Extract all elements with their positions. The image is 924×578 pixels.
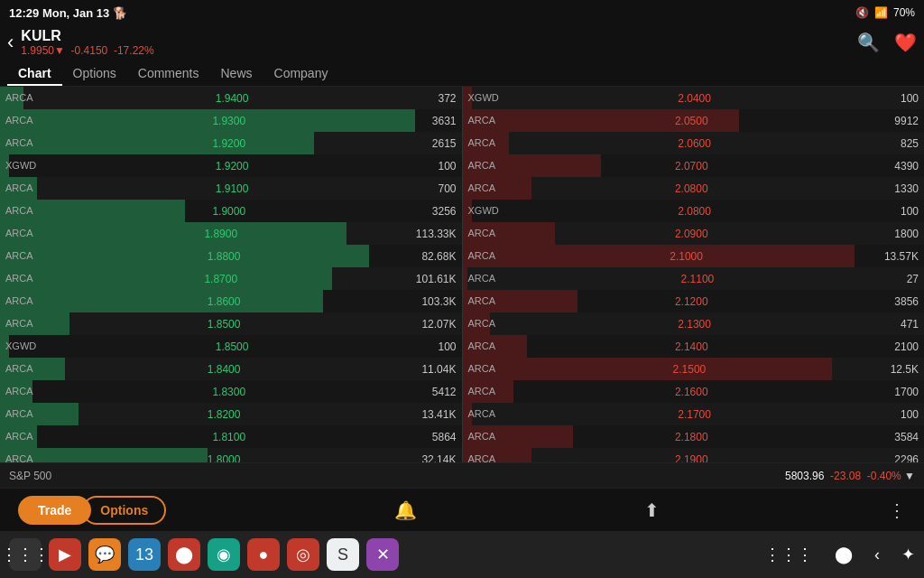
taskbar-apps: ⋮⋮⋮▶💬13⬤◉●◎S✕ xyxy=(9,538,399,571)
taskbar-app5-icon[interactable]: S xyxy=(327,538,359,571)
index-name: S&P 500 xyxy=(9,470,51,482)
bid-row: ARCA 1.8400 11.04K xyxy=(0,358,462,380)
taskbar-robinhood-icon[interactable]: ▶ xyxy=(49,538,81,571)
bid-side: ARCA 1.9400 372 ARCA 1.9300 3631 ARCA 1.… xyxy=(0,87,462,462)
back-button[interactable]: ‹ xyxy=(7,31,14,54)
tab-comments[interactable]: Comments xyxy=(127,62,210,86)
tab-company[interactable]: Company xyxy=(263,62,339,86)
ask-row: ARCA 2.1800 3584 xyxy=(463,425,925,448)
ask-row: ARCA 2.1400 2100 xyxy=(463,335,925,358)
ask-row: ARCA 2.1200 3856 xyxy=(463,290,925,312)
bid-row: ARCA 1.9100 700 xyxy=(0,177,462,200)
ask-row: ARCA 2.1700 100 xyxy=(463,403,925,425)
market-index-bar: S&P 500 5803.96 -23.08 -0.40% ▼ xyxy=(0,462,924,488)
bid-row: ARCA 1.8500 12.07K xyxy=(0,312,462,335)
bid-row: ARCA 1.9000 3256 xyxy=(0,200,462,222)
mute-icon: 🔇 xyxy=(855,6,869,19)
ask-side: XGWD 2.0400 100 ARCA 2.0500 9912 ARCA 2.… xyxy=(463,87,925,462)
bid-row: ARCA 1.8000 32.14K xyxy=(0,448,462,462)
bell-icon[interactable]: 🔔 xyxy=(394,499,417,521)
bid-row: ARCA 1.9400 372 xyxy=(0,87,462,109)
bid-row: ARCA 1.8200 13.41K xyxy=(0,403,462,425)
ask-row: ARCA 2.1100 27 xyxy=(463,267,925,290)
bid-row: ARCA 1.8800 82.68K xyxy=(0,245,462,267)
ask-row: ARCA 2.0700 4390 xyxy=(463,154,925,177)
nav-assist-icon[interactable]: ✦ xyxy=(901,545,915,564)
stock-ticker: KULR xyxy=(21,28,857,44)
ask-row: ARCA 2.1300 471 xyxy=(463,312,925,335)
ask-row: ARCA 2.1900 2296 xyxy=(463,448,925,462)
ask-row: ARCA 2.1500 12.5K xyxy=(463,358,925,380)
search-icon[interactable]: 🔍 xyxy=(857,32,880,53)
bid-row: ARCA 1.8100 5864 xyxy=(0,425,462,448)
watchlist-icon[interactable]: ❤️ xyxy=(894,32,917,53)
order-book: ARCA 1.9400 372 ARCA 1.9300 3631 ARCA 1.… xyxy=(0,87,924,462)
tab-chart[interactable]: Chart xyxy=(7,62,62,86)
stock-price-detail: 1.9950▼ -0.4150 -17.22% xyxy=(21,44,857,57)
battery-level: 70% xyxy=(893,6,915,19)
stock-info: KULR 1.9950▼ -0.4150 -17.22% xyxy=(21,28,857,57)
bid-row: XGWD 1.8500 100 xyxy=(0,335,462,358)
stock-header: ‹ KULR 1.9950▼ -0.4150 -17.22% 🔍 ❤️ xyxy=(0,25,924,60)
taskbar-app4-icon[interactable]: ◎ xyxy=(287,538,319,571)
bid-row: ARCA 1.9200 2615 xyxy=(0,132,462,154)
ask-row: ARCA 2.1000 13.57K xyxy=(463,245,925,267)
status-bar: 12:29 Mon, Jan 13 🐕 🔇 📶 70% xyxy=(0,0,924,25)
bid-row: XGWD 1.9200 100 xyxy=(0,154,462,177)
ask-row: ARCA 2.1600 1700 xyxy=(463,380,925,403)
taskbar-app2-icon[interactable]: ◉ xyxy=(208,538,240,571)
nav-menu-icon[interactable]: ⋮⋮⋮ xyxy=(764,545,813,564)
taskbar-grid-icon[interactable]: ⋮⋮⋮ xyxy=(9,538,42,571)
bid-row: ARCA 1.9300 3631 xyxy=(0,109,462,132)
index-data: 5803.96 -23.08 -0.40% ▼ xyxy=(785,470,915,482)
tab-bar: Chart Options Comments News Company xyxy=(0,60,924,87)
status-icons: 🔇 📶 70% xyxy=(855,6,915,19)
bid-row: ARCA 1.8900 113.33K xyxy=(0,222,462,245)
ask-row: ARCA 2.0900 1800 xyxy=(463,222,925,245)
ask-row: ARCA 2.0500 9912 xyxy=(463,109,925,132)
options-button[interactable]: Options xyxy=(82,496,166,525)
tab-options[interactable]: Options xyxy=(62,62,127,86)
ask-row: XGWD 2.0400 100 xyxy=(463,87,925,109)
taskbar-app1-icon[interactable]: ⬤ xyxy=(168,538,200,571)
nav-back-icon[interactable]: ‹ xyxy=(874,545,880,564)
nav-home-icon[interactable]: ⬤ xyxy=(835,545,853,564)
wifi-icon: 📶 xyxy=(874,6,888,19)
taskbar: ⋮⋮⋮▶💬13⬤◉●◎S✕ ⋮⋮⋮ ⬤ ‹ ✦ xyxy=(0,531,924,578)
taskbar-calendar-icon[interactable]: 13 xyxy=(128,538,161,571)
more-icon[interactable]: ⋮ xyxy=(888,499,906,521)
trade-button[interactable]: Trade xyxy=(18,496,91,525)
bid-row: ARCA 1.8300 5412 xyxy=(0,380,462,403)
taskbar-app6-icon[interactable]: ✕ xyxy=(366,538,399,571)
taskbar-chat-icon[interactable]: 💬 xyxy=(88,538,121,571)
bid-row: ARCA 1.8600 103.3K xyxy=(0,290,462,312)
tab-news[interactable]: News xyxy=(210,62,263,86)
taskbar-app3-icon[interactable]: ● xyxy=(247,538,280,571)
taskbar-nav: ⋮⋮⋮ ⬤ ‹ ✦ xyxy=(764,545,915,564)
header-actions: 🔍 ❤️ xyxy=(857,32,917,53)
bid-row: ARCA 1.8700 101.61K xyxy=(0,267,462,290)
ask-row: ARCA 2.0600 825 xyxy=(463,132,925,154)
status-time-date: 12:29 Mon, Jan 13 🐕 xyxy=(9,6,127,20)
share-icon[interactable]: ⬆ xyxy=(644,499,660,521)
action-bar: Trade Options 🔔 ⬆ ⋮ xyxy=(0,488,924,531)
ask-row: ARCA 2.0800 1330 xyxy=(463,177,925,200)
ask-row: XGWD 2.0800 100 xyxy=(463,200,925,222)
